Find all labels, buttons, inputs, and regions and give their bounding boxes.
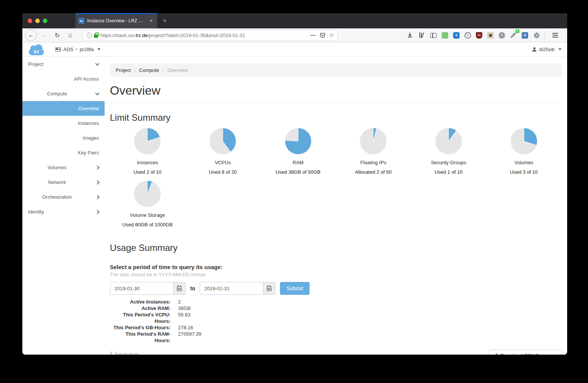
browser-toolbar: ← → ↻ ⌂ i https://stack.srv.lrz.de/proje… [22,28,567,42]
submit-button[interactable]: Submit [280,282,310,295]
toolbar-extensions: S 1 UO ▣ ✓ 0 S [407,31,564,39]
back-button[interactable]: ← [25,30,37,41]
usage-stats: Active Instances: 2 Active RAM: 38GB Thi… [110,299,561,344]
extension-quill-icon[interactable]: 0 [510,32,517,39]
tab-favicon-icon: lrz [78,18,84,24]
horizon-dashboard: lrz ADS • pr28fa di25xib Project API Acc… [22,42,567,355]
extension-1password-icon[interactable]: 1 [464,32,471,39]
chevron-right-icon [95,210,99,214]
sidebar-item-orchestration[interactable]: Orchestration [22,190,105,204]
sidebar: Project API Access Compute Overview Inst… [22,57,105,355]
ram-pie-chart [285,128,312,155]
quota-security-groups: Security Groups Used 1 of 10 [411,128,486,175]
calendar-icon [267,286,272,291]
sidebar-item-images[interactable]: Images [22,131,105,145]
downloads-icon[interactable] [407,32,413,39]
period-select-label: Select a period of time to query its usa… [110,264,561,270]
chevron-right-icon [95,195,99,199]
tab-bar: lrz Instance Overview - LRZ Compu ✕ + [22,13,567,28]
https-lock-icon [94,34,98,38]
extension-gear-icon[interactable] [533,32,540,39]
browser-tab[interactable]: lrz Instance Overview - LRZ Compu ✕ [75,13,157,28]
sidebar-item-key-pairs[interactable]: Key Pairs [22,145,105,160]
download-csv-button[interactable]: Download CSV Summary [489,350,561,355]
limit-summary-row-2: Volume Storage Used 60GB of 1000GB [110,180,561,227]
date-format-hint: The date should be in YYYY-MM-DD format. [110,272,561,277]
home-button[interactable]: ⌂ [65,30,75,40]
breadcrumb: Project / Compute / Overview [110,63,561,77]
breadcrumb-project[interactable]: Project [116,67,131,73]
window-controls [22,13,53,28]
floating-ips-pie-chart [360,128,387,155]
project-card-icon [55,47,61,51]
extension-s-blue-icon[interactable]: S [453,32,460,39]
stat-active-ram: Active RAM: 38GB [110,305,561,311]
bookmark-star-icon[interactable]: ☆ [329,32,334,39]
user-icon [532,47,537,52]
quota-volume-storage: Volume Storage Used 60GB of 1000GB [110,180,185,227]
page-info-icon[interactable]: i [86,33,92,38]
url-bar[interactable]: i https://stack.srv.lrz.de/project/?star… [83,30,338,40]
usage-period-form: to Submit [110,282,561,295]
pocket-icon[interactable] [320,33,325,38]
sidebar-item-compute[interactable]: Compute [22,86,105,101]
username: di25xib [539,47,555,52]
sidebar-item-volumes[interactable]: Volumes [22,160,105,175]
breadcrumb-overview: Overview [167,67,188,73]
extension-badge: 0 [516,30,519,33]
tab-close-icon[interactable]: ✕ [148,17,154,24]
main-content: Project / Compute / Overview Overview Li… [105,63,567,355]
extension-stylus-icon[interactable]: S [522,32,528,39]
quota-vcpus: VCPUs Used 8 of 20 [185,128,261,175]
usage-table-title: Usage [110,350,139,355]
lrz-logo[interactable]: lrz [28,45,45,55]
sidebar-item-identity[interactable]: Identity [22,204,105,219]
chevron-down-icon [558,48,561,50]
sidebar-item-overview[interactable]: Overview [22,101,105,116]
sidebar-item-instances[interactable]: Instances [22,116,105,131]
start-date-input[interactable] [110,282,174,295]
menu-icon[interactable] [550,33,562,37]
sidebar-toggle-icon[interactable] [430,32,437,39]
calendar-icon [177,286,182,291]
end-date-input[interactable] [200,282,263,295]
tab-title: Instance Overview - LRZ Compu [87,18,145,23]
extension-notes-icon[interactable] [442,32,448,39]
forward-button[interactable]: → [39,30,50,40]
project-label: pr28fa [80,47,94,52]
maximize-window-button[interactable] [43,19,47,23]
minimize-window-button[interactable] [35,19,40,23]
reload-button[interactable]: ↻ [52,30,63,40]
sidebar-item-network[interactable]: Network [22,175,105,190]
page-title: Overview [110,84,561,98]
library-icon[interactable] [418,32,425,39]
quota-instances: Instances Used 2 of 10 [110,128,185,175]
url-text[interactable]: https://stack.srv.lrz.de/project/?start=… [100,33,308,38]
quota-ram: RAM Used 38GB of 50GB [260,128,336,175]
domain-label: ADS [63,47,74,52]
extension-ublock-icon[interactable]: UO [476,32,482,39]
start-date-calendar-button[interactable] [174,282,186,295]
new-tab-button[interactable]: + [157,13,172,28]
quota-floating-ips: Floating IPs Allocated 2 of 50 [336,128,411,175]
sidebar-item-api-access[interactable]: API Access [22,72,105,86]
user-menu[interactable]: di25xib [532,47,561,52]
project-switcher[interactable]: ADS • pr28fa [55,47,100,52]
security-groups-pie-chart [435,128,462,155]
end-date-calendar-button[interactable] [263,282,275,295]
chevron-down-icon [95,61,99,65]
extension-capture-icon[interactable]: ▣ [487,32,494,39]
chevron-right-icon [95,165,99,170]
volumes-pie-chart [510,128,538,155]
browser-window: lrz Instance Overview - LRZ Compu ✕ + ← … [22,13,567,355]
close-window-button[interactable] [28,19,32,23]
usage-summary-heading: Usage Summary [110,243,561,253]
page-actions-icon[interactable]: ••• [310,33,316,37]
sidebar-item-project[interactable]: Project [22,57,105,72]
volume-storage-pie-chart [134,180,161,207]
extension-check-icon[interactable]: ✓ [499,32,505,39]
instances-pie-chart [134,128,161,155]
chevron-down-icon [95,91,99,95]
breadcrumb-compute[interactable]: Compute [139,67,159,73]
to-label: to [190,285,195,291]
